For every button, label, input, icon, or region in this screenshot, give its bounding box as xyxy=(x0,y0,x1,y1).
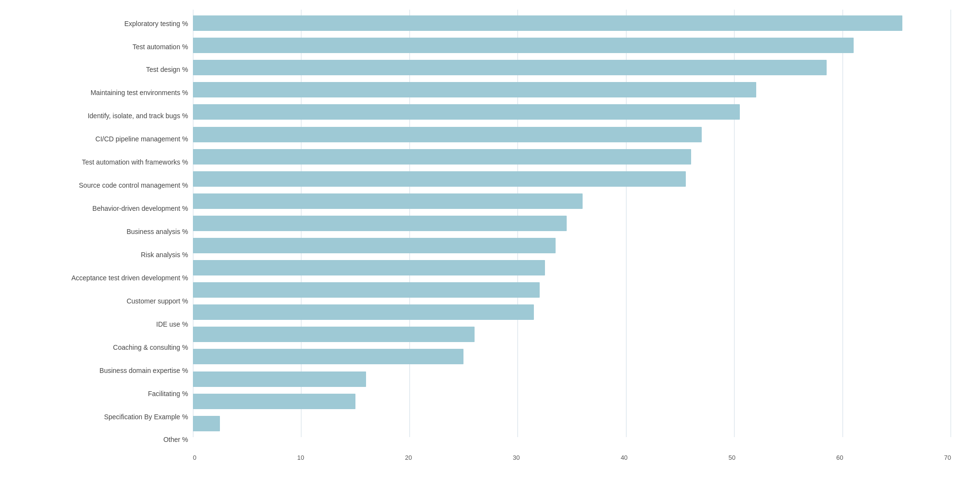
y-label: Other % xyxy=(163,429,188,451)
bar xyxy=(193,282,540,298)
y-axis-labels: Exploratory testing %Test automation %Te… xyxy=(0,10,193,466)
bar xyxy=(193,349,463,364)
x-axis-labels: 010203040506070 xyxy=(193,452,951,466)
y-label: Facilitating % xyxy=(148,383,188,405)
x-axis-label: 40 xyxy=(621,454,627,461)
bar xyxy=(193,371,366,387)
bar-row xyxy=(193,414,951,433)
bar-row xyxy=(193,302,951,322)
bar xyxy=(193,327,475,342)
bar-row xyxy=(193,102,951,122)
bar xyxy=(193,394,355,409)
bar xyxy=(193,127,702,142)
x-axis-label: 20 xyxy=(405,454,412,461)
chart-area: Exploratory testing %Test automation %Te… xyxy=(0,10,951,466)
bar-row xyxy=(193,347,951,366)
y-label: Business domain expertise % xyxy=(99,359,188,382)
y-label: Test automation % xyxy=(133,36,188,58)
y-label: IDE use % xyxy=(156,313,188,335)
bar xyxy=(193,238,556,253)
x-axis-label: 0 xyxy=(193,454,196,461)
bar xyxy=(193,260,545,275)
bar-row xyxy=(193,192,951,211)
plot-area: 010203040506070 xyxy=(193,10,951,466)
bar-row xyxy=(193,147,951,166)
bar-row xyxy=(193,14,951,33)
y-label: Risk analysis % xyxy=(141,244,188,266)
bar-row xyxy=(193,392,951,411)
y-label: Customer support % xyxy=(126,290,188,312)
bar xyxy=(193,416,220,431)
bar-row xyxy=(193,36,951,55)
y-label: CI/CD pipeline management % xyxy=(95,128,188,151)
bar xyxy=(193,82,756,97)
y-label: Coaching & consulting % xyxy=(113,336,188,358)
x-axis-label: 70 xyxy=(944,454,951,461)
y-label: Behavior-driven development % xyxy=(93,197,188,220)
chart-container: Exploratory testing %Test automation %Te… xyxy=(0,0,980,495)
x-axis-label: 50 xyxy=(728,454,735,461)
bar-row xyxy=(193,125,951,144)
y-label: Test automation with frameworks % xyxy=(82,151,188,174)
bars-container xyxy=(193,10,951,437)
x-axis-label: 30 xyxy=(513,454,519,461)
bar xyxy=(193,171,686,187)
bar-row xyxy=(193,370,951,389)
x-axis-label: 60 xyxy=(836,454,843,461)
bar xyxy=(193,38,854,53)
bar xyxy=(193,304,534,320)
bar xyxy=(193,60,827,75)
y-label: Maintaining test environments % xyxy=(91,82,188,104)
y-label: Exploratory testing % xyxy=(124,13,188,35)
y-label: Specification By Example % xyxy=(104,406,188,428)
bar-row xyxy=(193,58,951,77)
y-label: Identify, isolate, and track bugs % xyxy=(88,105,188,127)
bar-row xyxy=(193,80,951,99)
bar xyxy=(193,193,583,209)
x-axis-label: 10 xyxy=(297,454,304,461)
y-label: Test design % xyxy=(146,59,188,81)
bar xyxy=(193,15,902,31)
bar xyxy=(193,216,567,231)
y-label: Source code control management % xyxy=(79,175,188,197)
bar-row xyxy=(193,214,951,233)
y-label: Business analysis % xyxy=(126,220,188,243)
bar-row xyxy=(193,169,951,189)
bar xyxy=(193,149,691,165)
grid-and-bars xyxy=(193,10,951,452)
bar-row xyxy=(193,280,951,300)
y-label: Acceptance test driven development % xyxy=(71,267,188,289)
bar xyxy=(193,104,740,120)
bar-row xyxy=(193,258,951,277)
bar-row xyxy=(193,236,951,255)
bar-row xyxy=(193,325,951,344)
